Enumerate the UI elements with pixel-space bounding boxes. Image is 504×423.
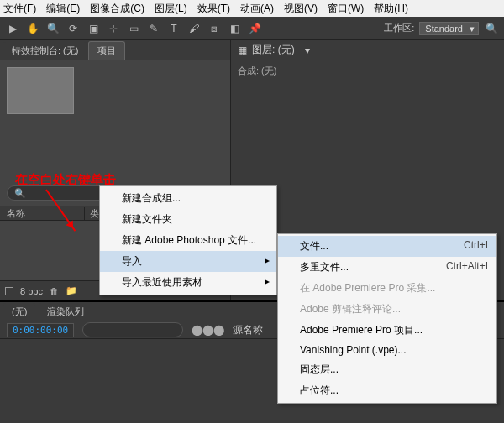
chevron-right-icon: ▸	[265, 275, 270, 287]
hand-tool-icon[interactable]: ✋	[25, 21, 40, 36]
ctx-import[interactable]: 导入▸	[100, 251, 276, 272]
left-tabrow: 特效控制台: (无) 项目	[0, 40, 230, 60]
ctx-new-comp[interactable]: 新建合成组...	[100, 188, 276, 209]
menu-effect[interactable]: 效果(T)	[197, 2, 230, 16]
bpc-toggle[interactable]: 8 bpc	[20, 286, 43, 296]
ctx-new-folder[interactable]: 新建文件夹	[100, 209, 276, 230]
timecode[interactable]: 0:00:00:00	[7, 323, 74, 337]
menu-edit[interactable]: 编辑(E)	[46, 2, 80, 16]
ctx-file[interactable]: 文件...Ctrl+I	[278, 236, 496, 257]
anchor-tool-icon[interactable]: ⊹	[106, 21, 121, 36]
context-menu-import: 文件...Ctrl+I 多重文件...Ctrl+Alt+I 在 Adobe Pr…	[277, 233, 497, 404]
search-help-icon[interactable]: 🔍	[484, 21, 499, 36]
ctx-premiere-project[interactable]: Adobe Premiere Pro 项目...	[278, 320, 496, 341]
ctx-vanishing-point[interactable]: Vanishing Point (.vpe)...	[278, 341, 496, 359]
ctx-multiple-files[interactable]: 多重文件...Ctrl+Alt+I	[278, 257, 496, 278]
workspace-dropdown[interactable]: Standard	[419, 22, 479, 35]
menu-view[interactable]: 视图(V)	[284, 2, 318, 16]
context-menu-project: 新建合成组... 新建文件夹 新建 Adobe Photoshop 文件... …	[99, 185, 277, 295]
menu-help[interactable]: 帮助(H)	[374, 2, 408, 16]
timeline-search-input[interactable]	[82, 322, 183, 337]
comp-panel-label[interactable]: 合成: (无)	[231, 60, 504, 81]
menu-layer[interactable]: 图层(L)	[155, 2, 187, 16]
interpret-footage-icon[interactable]	[5, 287, 13, 295]
ctx-capture-premiere: 在 Adobe Premiere Pro 采集...	[278, 278, 496, 299]
tab-effect-controls[interactable]: 特效控制台: (无)	[3, 42, 87, 60]
shortcut-label: Ctrl+Alt+I	[446, 260, 488, 272]
tab-project[interactable]: 项目	[88, 41, 125, 60]
mask-tool-icon[interactable]: ▭	[126, 21, 141, 36]
ctx-import-recent[interactable]: 导入最近使用素材▸	[100, 272, 276, 293]
menu-file[interactable]: 文件(F)	[3, 2, 36, 16]
menu-composition[interactable]: 图像合成(C)	[90, 2, 144, 16]
shortcut-label: Ctrl+I	[464, 239, 488, 251]
project-thumbnail	[7, 67, 74, 114]
ctx-solid[interactable]: 固态层...	[278, 359, 496, 380]
trash-icon[interactable]: 🗑	[50, 286, 59, 296]
source-name-label[interactable]: 源名称	[233, 323, 263, 337]
layer-panel-icon[interactable]: ▦	[238, 44, 247, 56]
ctx-placeholder[interactable]: 占位符...	[278, 380, 496, 401]
zoom-tool-icon[interactable]: 🔍	[45, 21, 60, 36]
toolbar: ▶ ✋ 🔍 ⟳ ▣ ⊹ ▭ ✎ T 🖌 ⧈ ◧ 📌 工作区: Standard …	[0, 17, 504, 40]
ctx-new-photoshop[interactable]: 新建 Adobe Photoshop 文件...	[100, 230, 276, 251]
ctx-clip-notes: Adobe 剪辑注释评论...	[278, 299, 496, 320]
new-folder-icon[interactable]: 📁	[66, 285, 77, 296]
stamp-tool-icon[interactable]: ⧈	[207, 21, 222, 36]
eraser-tool-icon[interactable]: ◧	[227, 21, 242, 36]
workspace-label: 工作区:	[384, 22, 414, 34]
chevron-right-icon: ▸	[265, 254, 270, 266]
camera-tool-icon[interactable]: ▣	[86, 21, 101, 36]
rotate-tool-icon[interactable]: ⟳	[66, 21, 81, 36]
tab-render-queue[interactable]: 渲染队列	[39, 303, 92, 321]
puppet-tool-icon[interactable]: 📌	[247, 21, 262, 36]
col-name[interactable]: 名称	[0, 207, 84, 220]
menu-window[interactable]: 窗口(W)	[328, 2, 364, 16]
menu-animation[interactable]: 动画(A)	[240, 2, 274, 16]
text-tool-icon[interactable]: T	[166, 21, 181, 36]
brush-tool-icon[interactable]: 🖌	[186, 21, 202, 36]
layer-panel-label[interactable]: 图层: (无)	[252, 43, 295, 57]
menubar: 文件(F) 编辑(E) 图像合成(C) 图层(L) 效果(T) 动画(A) 视图…	[0, 0, 504, 17]
selection-tool-icon[interactable]: ▶	[5, 21, 20, 36]
tab-none[interactable]: (无)	[3, 303, 35, 321]
pen-tool-icon[interactable]: ✎	[146, 21, 161, 36]
